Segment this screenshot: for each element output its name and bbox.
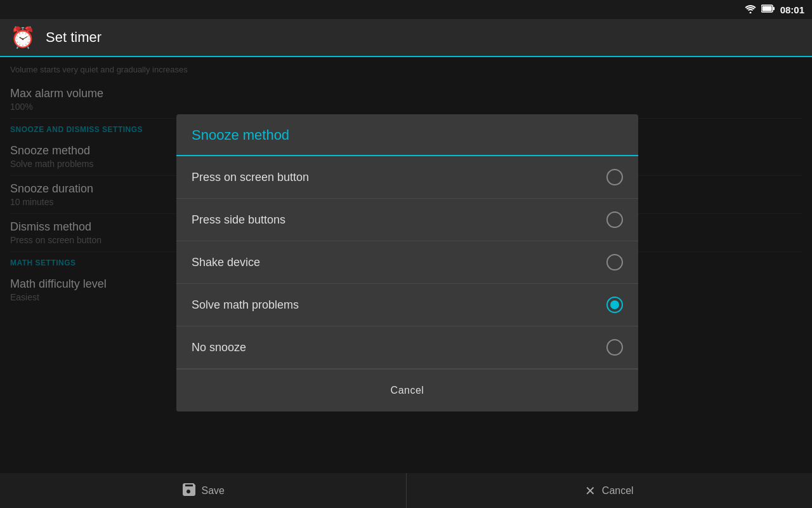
app-header: ⏰ Set timer bbox=[0, 19, 812, 57]
bottom-bar: Save ✕ Cancel bbox=[0, 473, 812, 508]
radio-shake-device bbox=[606, 254, 623, 271]
save-icon bbox=[181, 482, 195, 499]
dialog-title: Snooze method bbox=[176, 114, 638, 156]
status-bar: 08:01 bbox=[0, 0, 812, 19]
cancel-button[interactable]: ✕ Cancel bbox=[407, 473, 813, 508]
svg-rect-3 bbox=[773, 7, 775, 10]
option-no-snooze[interactable]: No snooze bbox=[176, 326, 638, 369]
app-icon: ⏰ bbox=[10, 25, 36, 50]
option-solve-math-label: Solve math problems bbox=[192, 298, 299, 312]
option-solve-math[interactable]: Solve math problems bbox=[176, 284, 638, 326]
battery-icon bbox=[761, 4, 775, 15]
status-time: 08:01 bbox=[780, 4, 804, 15]
dialog-cancel-button[interactable]: Cancel bbox=[370, 380, 445, 401]
snooze-method-dialog: Snooze method Press on screen button Pre… bbox=[176, 114, 638, 411]
option-press-side-buttons-label: Press side buttons bbox=[192, 213, 285, 227]
option-press-on-screen[interactable]: Press on screen button bbox=[176, 156, 638, 199]
radio-press-side-buttons bbox=[606, 211, 623, 228]
app-title: Set timer bbox=[46, 29, 102, 46]
option-press-side-buttons[interactable]: Press side buttons bbox=[176, 199, 638, 241]
option-press-on-screen-label: Press on screen button bbox=[192, 171, 309, 184]
main-content: Volume starts very quiet and gradually i… bbox=[0, 57, 812, 473]
option-shake-device-label: Shake device bbox=[192, 256, 260, 269]
save-label: Save bbox=[202, 485, 225, 497]
radio-no-snooze bbox=[606, 339, 623, 356]
dialog-actions: Cancel bbox=[176, 369, 638, 411]
svg-rect-2 bbox=[762, 6, 771, 11]
option-shake-device[interactable]: Shake device bbox=[176, 241, 638, 284]
wifi-icon bbox=[745, 4, 756, 15]
cancel-label: Cancel bbox=[602, 485, 634, 497]
save-button[interactable]: Save bbox=[0, 473, 406, 508]
option-no-snooze-label: No snooze bbox=[192, 341, 246, 354]
radio-solve-math bbox=[606, 297, 623, 313]
cancel-icon: ✕ bbox=[585, 483, 596, 498]
radio-press-on-screen bbox=[606, 169, 623, 185]
radio-solve-math-inner bbox=[610, 300, 619, 309]
svg-point-0 bbox=[749, 11, 751, 13]
